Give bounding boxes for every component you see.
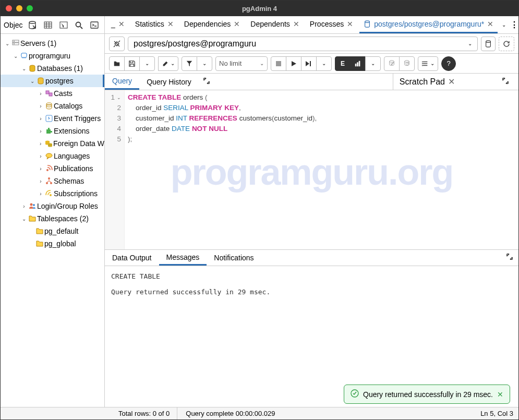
tree-extensions[interactable]: ›Extensions [1, 125, 104, 137]
tree-roles[interactable]: ›Login/Group Roles [1, 200, 104, 212]
tab-processes[interactable]: Processes✕ [306, 16, 357, 33]
tree-casts[interactable]: ›Casts [1, 87, 104, 100]
svg-point-6 [76, 22, 81, 27]
chevron-down-icon: ⌄ [468, 41, 472, 46]
titlebar: pgAdmin 4 [1, 1, 518, 16]
open-file-button[interactable] [109, 56, 125, 71]
svg-rect-0 [44, 22, 52, 28]
tab-dependents[interactable]: Dependents✕ [246, 16, 304, 33]
stop-button[interactable] [271, 56, 286, 71]
casts-icon [44, 89, 54, 98]
tree-server[interactable]: ⌄programguru [1, 50, 104, 62]
kebab-menu-icon[interactable]: ⋮ [510, 20, 518, 30]
extension-icon [44, 127, 54, 135]
server-group-icon [11, 39, 20, 47]
tab-statistics[interactable]: Statistics✕ [131, 16, 178, 33]
tree-catalogs[interactable]: ›Catalogs [1, 100, 104, 112]
tree-languages[interactable]: ›Languages [1, 150, 104, 162]
window-controls [6, 5, 33, 11]
tab-query-tool[interactable]: postgres/postgres@programguru*✕ [359, 16, 498, 33]
tree-servers[interactable]: ⌄Servers (1) [1, 37, 104, 50]
filter-rows-icon[interactable] [57, 18, 70, 32]
code-area[interactable]: CREATE TABLE orders ( order_id SERIAL PR… [125, 90, 320, 249]
help-button[interactable]: ? [441, 56, 456, 71]
tablespaces-icon [28, 214, 37, 223]
tree-foreign-data[interactable]: ›Foreign Data W [1, 137, 104, 150]
publications-icon [44, 164, 54, 173]
close-toast-icon[interactable]: ✕ [497, 390, 503, 399]
tree-database-postgres[interactable]: ⌄postgres [1, 75, 104, 87]
tree-schemas[interactable]: ›Schemas [1, 175, 104, 187]
tab-dependencies[interactable]: Dependencies✕ [180, 16, 245, 33]
svg-line-7 [80, 27, 82, 29]
tab-messages[interactable]: Messages [159, 250, 207, 266]
svg-point-30 [50, 194, 52, 196]
expand-output-icon[interactable] [502, 253, 518, 262]
svg-rect-20 [46, 129, 51, 134]
close-scratch-icon[interactable]: ✕ [448, 77, 455, 87]
roles-icon [28, 202, 37, 210]
close-tab-icon[interactable]: ✕ [234, 20, 240, 28]
limit-select[interactable]: No limit⌄ [215, 56, 268, 71]
filter-dropdown[interactable]: ⌄ [197, 56, 212, 71]
commit-button[interactable] [384, 56, 400, 71]
minimize-window-button[interactable] [16, 5, 22, 11]
sql-editor[interactable]: 1 ⌄ 2 3 4 5 CREATE TABLE orders ( order_… [105, 90, 518, 249]
tab-query-editor[interactable]: Query [105, 74, 139, 90]
close-tab-icon[interactable]: ✕ [167, 20, 174, 28]
svg-rect-16 [49, 93, 52, 96]
svg-point-46 [422, 61, 423, 62]
connection-select[interactable]: postgres/postgres@programguru ⌄ [128, 37, 478, 51]
close-tab-icon[interactable]: ✕ [487, 20, 493, 28]
close-tab-icon[interactable]: ✕ [347, 20, 353, 28]
tab-dropdown-icon[interactable]: ⌄ [502, 22, 506, 28]
svg-rect-15 [46, 91, 49, 94]
psql-icon[interactable] [88, 18, 101, 32]
svg-rect-10 [13, 43, 19, 45]
save-dropdown[interactable]: ⌄ [139, 56, 155, 71]
search-icon[interactable] [73, 18, 86, 32]
query-tool-icon[interactable] [26, 18, 40, 32]
explain-button[interactable]: E [335, 56, 351, 71]
rollback-button[interactable] [399, 56, 415, 71]
filter-button[interactable] [182, 56, 197, 71]
execute-dropdown[interactable]: ⌄ [316, 56, 332, 71]
tab-data-output[interactable]: Data Output [105, 250, 159, 266]
svg-rect-38 [355, 64, 357, 66]
connection-status-button[interactable] [109, 37, 125, 51]
folder-icon [35, 239, 44, 248]
close-window-button[interactable] [6, 5, 12, 11]
tree-subscriptions[interactable]: ›Subscriptions [1, 187, 104, 200]
tree-databases[interactable]: ⌄Databases (1) [1, 62, 104, 75]
tab-query-history[interactable]: Query History [139, 74, 199, 90]
tab-truncated[interactable]: _✕ [107, 16, 129, 33]
close-tab-icon[interactable]: ✕ [293, 20, 299, 28]
database-icon [364, 20, 371, 28]
tree-publications[interactable]: ›Publications [1, 162, 104, 175]
explain-analyze-button[interactable] [350, 56, 366, 71]
object-tree: ⌄Servers (1) ⌄programguru ⌄Databases (1)… [1, 34, 104, 253]
execute-button[interactable] [286, 56, 301, 71]
status-cursor-position: Ln 5, Col 3 [480, 410, 513, 417]
tab-notifications[interactable]: Notifications [207, 250, 261, 266]
edit-button[interactable]: ⌄ [158, 56, 178, 71]
tree-tablespace-global[interactable]: pg_global [1, 237, 104, 250]
svg-point-48 [422, 65, 423, 66]
maximize-window-button[interactable] [27, 5, 33, 11]
expand-editor-icon[interactable] [199, 77, 214, 87]
macros-button[interactable]: ⌄ [418, 56, 438, 71]
reset-layout-button[interactable] [499, 37, 514, 51]
role-button[interactable] [481, 37, 496, 51]
close-tab-icon[interactable]: ✕ [118, 20, 125, 28]
expand-scratch-icon[interactable] [498, 77, 513, 87]
tree-tablespaces[interactable]: ⌄Tablespaces (2) [1, 212, 104, 225]
explain-dropdown[interactable]: ⌄ [365, 56, 381, 71]
top-tabs: _✕ Statistics✕ Dependencies✕ Dependents✕… [105, 16, 518, 34]
tree-event-triggers[interactable]: ›Event Triggers [1, 112, 104, 125]
view-data-icon[interactable] [41, 18, 55, 32]
sidebar-toolbar: Objec [1, 16, 104, 34]
save-button[interactable] [124, 56, 140, 71]
tree-tablespace-default[interactable]: pg_default [1, 225, 104, 237]
execute-options-button[interactable] [301, 56, 317, 71]
svg-rect-40 [359, 61, 360, 66]
